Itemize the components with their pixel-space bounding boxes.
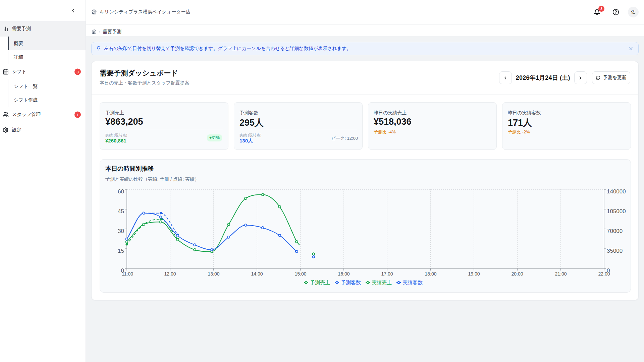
svg-text:70000: 70000 — [607, 228, 623, 234]
svg-text:140000: 140000 — [607, 188, 626, 195]
svg-text:16:00: 16:00 — [338, 271, 350, 277]
svg-text:実績客数: 実績客数 — [402, 280, 423, 285]
svg-text:14:00: 14:00 — [251, 271, 263, 277]
svg-text:60: 60 — [118, 188, 124, 195]
svg-text:45: 45 — [118, 208, 124, 215]
svg-text:0: 0 — [607, 267, 610, 274]
svg-text:実績売上: 実績売上 — [372, 280, 392, 285]
svg-text:30: 30 — [118, 228, 124, 234]
svg-text:12:00: 12:00 — [164, 271, 176, 277]
svg-text:35000: 35000 — [607, 248, 623, 254]
svg-text:20:00: 20:00 — [511, 271, 523, 277]
svg-text:予測客数: 予測客数 — [341, 280, 361, 285]
svg-text:13:00: 13:00 — [208, 271, 219, 277]
svg-text:105000: 105000 — [607, 208, 626, 215]
svg-text:15:00: 15:00 — [294, 271, 306, 277]
svg-text:18:00: 18:00 — [425, 271, 436, 277]
svg-text:11:00: 11:00 — [122, 271, 133, 277]
svg-text:19:00: 19:00 — [468, 271, 480, 277]
svg-text:21:00: 21:00 — [555, 271, 567, 277]
svg-text:17:00: 17:00 — [381, 271, 393, 277]
svg-text:予測売上: 予測売上 — [310, 280, 330, 285]
svg-text:15: 15 — [118, 248, 124, 254]
